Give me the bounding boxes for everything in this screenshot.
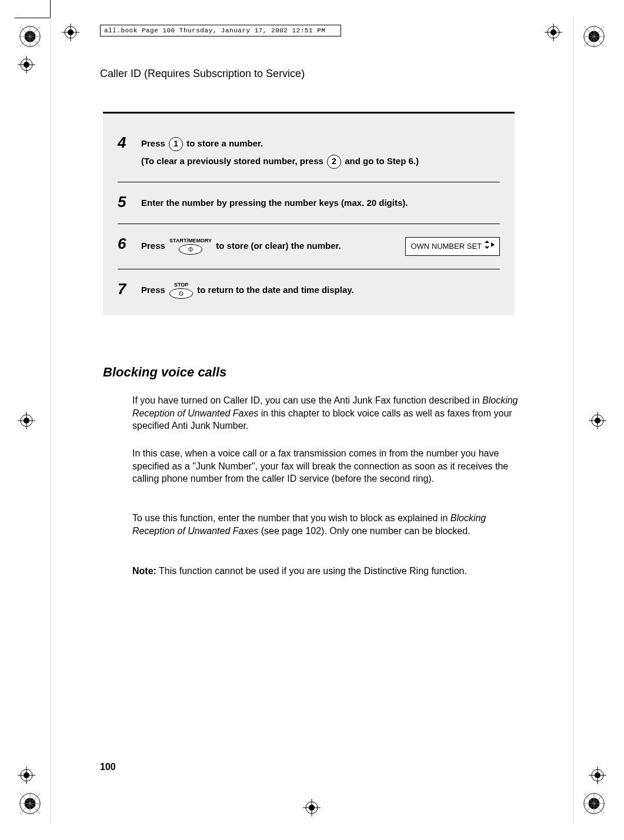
start-memory-button-icon: START/MEMORY xyxy=(169,238,212,255)
crop-line xyxy=(15,18,50,18)
step-number: 5 xyxy=(118,194,135,209)
button-label: START/MEMORY xyxy=(169,238,212,244)
divider xyxy=(118,269,500,269)
registration-mark-icon xyxy=(583,25,605,48)
step-number: 6 xyxy=(118,236,135,251)
divider xyxy=(118,224,500,224)
button-label: STOP xyxy=(174,282,188,288)
stop-button-icon: STOP xyxy=(169,282,193,299)
paragraph: If you have turned on Caller ID, you can… xyxy=(132,394,520,432)
step4-line2-a: (To clear a previously stored number, pr… xyxy=(141,156,326,166)
step4-text-a: Press xyxy=(141,138,168,148)
step7-text-a: Press xyxy=(141,285,168,295)
step-body: Press START/MEMORY to store (or clear) t… xyxy=(141,237,500,256)
svg-marker-58 xyxy=(485,241,489,243)
crosshair-icon xyxy=(18,766,35,784)
p1-a: If you have turned on Caller ID, you can… xyxy=(132,395,482,405)
page-number: 100 xyxy=(100,762,116,772)
key-1-icon: 1 xyxy=(169,137,183,151)
registration-mark-icon xyxy=(583,792,605,815)
p4-text: This function cannot be used if you are … xyxy=(156,566,467,576)
lcd-display: OWN NUMBER SET xyxy=(405,237,500,256)
p3-b: (see page 102). Only one number can be b… xyxy=(258,526,470,536)
display-text: OWN NUMBER SET xyxy=(411,240,482,253)
step-body: Press 1 to store a number. (To clear a p… xyxy=(141,136,500,169)
paragraph: In this case, when a voice call or a fax… xyxy=(132,447,520,485)
crosshair-icon xyxy=(589,766,606,784)
step-number: 7 xyxy=(118,281,135,296)
step6-text-a: Press xyxy=(141,241,168,251)
step6-text-b: to store (or clear) the number. xyxy=(216,241,341,251)
key-2-icon: 2 xyxy=(327,155,341,169)
guide-line xyxy=(573,18,574,822)
p3-a: To use this function, enter the number t… xyxy=(132,513,451,523)
subsection-heading: Blocking voice calls xyxy=(103,365,226,380)
step4-line2-b: and go to Step 6.) xyxy=(345,156,419,166)
note-label: Note: xyxy=(132,566,156,576)
crosshair-icon xyxy=(18,412,35,429)
registration-mark-icon xyxy=(19,792,41,815)
step-6: 6 Press START/MEMORY to store (or clear)… xyxy=(118,226,500,266)
crosshair-icon xyxy=(18,56,35,74)
svg-marker-60 xyxy=(491,242,495,247)
guide-line xyxy=(50,18,51,822)
svg-line-62 xyxy=(180,292,183,295)
crosshair-icon xyxy=(589,412,606,429)
step-7: 7 Press STOP to return to the date and t… xyxy=(118,272,500,304)
step-4: 4 Press 1 to store a number. (To clear a… xyxy=(118,125,500,179)
registration-mark-icon xyxy=(19,25,41,48)
step-body: Press STOP to return to the date and tim… xyxy=(141,282,500,299)
divider xyxy=(118,182,500,182)
step7-text-b: to return to the date and time display. xyxy=(197,285,353,295)
nav-arrows-icon xyxy=(484,240,495,253)
step-5: 5 Enter the number by pressing the numbe… xyxy=(118,185,500,221)
svg-marker-59 xyxy=(485,246,489,249)
paragraph: Note: This function cannot be used if yo… xyxy=(132,565,520,578)
section-title: Caller ID (Requires Subscription to Serv… xyxy=(100,68,305,80)
paragraph: To use this function, enter the number t… xyxy=(132,512,520,537)
step-body: Enter the number by pressing the number … xyxy=(141,195,500,211)
step-number: 4 xyxy=(118,135,135,150)
steps-panel: 4 Press 1 to store a number. (To clear a… xyxy=(103,112,515,315)
crop-line xyxy=(50,0,51,18)
step4-text-b: to store a number. xyxy=(186,138,263,148)
